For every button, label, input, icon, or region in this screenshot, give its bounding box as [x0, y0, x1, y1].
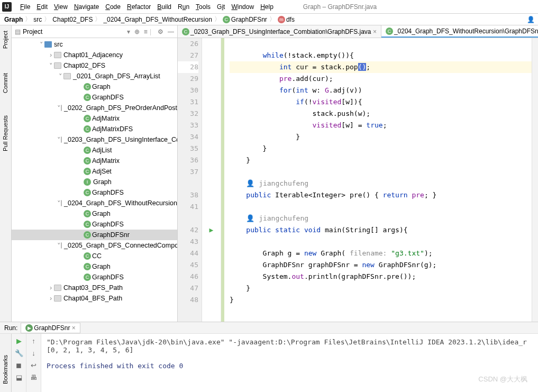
down-icon[interactable]: ↓	[32, 349, 35, 357]
print-icon[interactable]: 🖶	[30, 373, 37, 381]
close-icon[interactable]: ×	[373, 28, 377, 35]
editor-pane: C_0203_Graph_DFS_UsingInterface_Combiati…	[178, 25, 538, 322]
expand-all-icon[interactable]: ≡	[144, 28, 148, 35]
tree-row[interactable]: CAdjMatrix	[12, 113, 177, 124]
bc-src[interactable]: src	[33, 16, 42, 23]
menu-view[interactable]: View	[51, 2, 71, 12]
tree-row[interactable]: ˅_0204_Graph_DFS_WithoutRecursion	[12, 198, 177, 208]
tree-row[interactable]: IGraph	[12, 177, 177, 187]
tab-1[interactable]: C_0204_Graph_DFS_WithoutRecursion\GraphD…	[381, 25, 538, 38]
menu-tools[interactable]: Tools	[193, 2, 214, 12]
tree-row[interactable]: CAdjSet	[12, 166, 177, 177]
close-icon[interactable]: ×	[72, 324, 76, 332]
main-area: Project Commit Pull Requests ▤ Project ▾…	[0, 25, 538, 322]
breadcrumb: Graph〉 src〉 Chapt02_DFS〉 _0204_Graph_DFS…	[0, 14, 538, 25]
tree-row[interactable]: ˅src	[12, 39, 177, 50]
run-tab[interactable]: ▶ GraphDFSnr ×	[21, 323, 80, 333]
menu-window[interactable]: Window	[228, 2, 257, 12]
menubar: IJ File Edit View Navigate Code Refactor…	[0, 0, 538, 14]
left-toolstrip: Project Commit Pull Requests	[0, 25, 12, 322]
window-title: Graph – GraphDFSnr.java	[303, 3, 377, 11]
wrench-icon[interactable]: 🔧	[15, 349, 23, 357]
tree-row[interactable]: ˅_0202_Graph_DFS_PreOrderAndPostOrder	[12, 103, 177, 113]
tree-row[interactable]: CAdjMatrixDFS	[12, 124, 177, 134]
marker-strip[interactable]	[532, 38, 538, 322]
gutter-run[interactable]: ▶	[202, 38, 221, 322]
menu-edit[interactable]: Edit	[33, 2, 51, 12]
project-header: ▤ Project ▾ ⊕ ≡ | ⚙ —	[12, 25, 177, 38]
project-pane: ▤ Project ▾ ⊕ ≡ | ⚙ — ˅src›Chapt01_Adjac…	[12, 25, 178, 322]
gear-icon[interactable]: ⚙	[158, 28, 163, 35]
up-icon[interactable]: ↑	[32, 337, 35, 345]
console-output: [0, 2, 1, 3, 4, 5, 6]	[47, 346, 533, 354]
bookmark-strip: Bookmarks	[0, 334, 12, 392]
wrap-icon[interactable]: ↩	[31, 361, 37, 369]
avatar-icon[interactable]: 👤	[527, 16, 535, 23]
tree-row[interactable]: ›Chapt03_DFS_Path	[12, 282, 177, 293]
menu-file[interactable]: File	[17, 2, 33, 12]
tree-row[interactable]: CGraphDFS	[12, 187, 177, 198]
tree-row[interactable]: CGraphDFS	[12, 92, 177, 103]
menu-git[interactable]: Git	[214, 2, 228, 12]
bc-chapt[interactable]: Chapt02_DFS	[52, 16, 93, 23]
tree-row[interactable]: CGraphDFS	[12, 219, 177, 230]
bc-graph[interactable]: Graph	[4, 16, 23, 23]
tab-0[interactable]: C_0203_Graph_DFS_UsingInterface_Combiati…	[178, 25, 381, 38]
menu-help[interactable]: Help	[257, 2, 277, 12]
console-cmd: "D:\Program Files\Java\jdk-20\bin\java.e…	[47, 338, 533, 346]
tree-row[interactable]: CCC	[12, 251, 177, 261]
project-tool-icon[interactable]: ▤	[15, 28, 21, 35]
tree-row[interactable]: ˅_0205_Graph_DFS_ConnectedComponents	[12, 240, 177, 251]
sidebar-project[interactable]: Project	[2, 31, 8, 49]
tree-row[interactable]: ˅Chapt02_DFS	[12, 60, 177, 71]
tree-row[interactable]: CGraph	[12, 261, 177, 272]
method-icon: m	[278, 16, 285, 23]
bc-method[interactable]: dfs	[286, 16, 295, 23]
console-finished: Process finished with exit code 0	[47, 362, 533, 370]
tree-row[interactable]: ˅_0203_Graph_DFS_UsingInterface_Combiati…	[12, 134, 177, 145]
tree-row[interactable]: CGraphDFSnr	[12, 230, 177, 240]
sidebar-bookmarks[interactable]: Bookmarks	[2, 355, 8, 384]
gutter[interactable]: 2627282930313233343536373841424344454647…	[178, 38, 202, 322]
tree-row[interactable]: CAdjList	[12, 145, 177, 156]
run-toolbar2: ↑ ↓ ↩ 🖶	[26, 334, 41, 392]
sidebar-commit[interactable]: Commit	[2, 73, 8, 93]
menu-navigate[interactable]: Navigate	[71, 2, 102, 12]
project-title[interactable]: Project	[23, 28, 127, 35]
hide-icon[interactable]: —	[168, 28, 174, 35]
run-panel: Run: ▶ GraphDFSnr × Bookmarks ▶ 🔧 ◼ ⬓ ↑ …	[0, 322, 538, 392]
select-opened-icon[interactable]: ⊕	[134, 28, 140, 35]
menu-build[interactable]: Build	[154, 2, 175, 12]
menu-code[interactable]: Code	[102, 2, 124, 12]
tree-row[interactable]: ˅_0201_Graph_DFS_ArrayList	[12, 71, 177, 81]
run-header: Run: ▶ GraphDFSnr ×	[0, 322, 538, 334]
tree-row[interactable]: ›Chapt01_Adjacency	[12, 50, 177, 60]
app-icon: IJ	[2, 2, 12, 12]
bc-pkg[interactable]: _0204_Graph_DFS_WithoutRecursion	[103, 16, 212, 23]
menu-run[interactable]: Run	[175, 2, 193, 12]
tree-row[interactable]: CGraph	[12, 81, 177, 92]
tree-row[interactable]: CGraph	[12, 208, 177, 219]
tree-row[interactable]: ›Chapt04_BFS_Path	[12, 293, 177, 304]
watermark: CSDN @大大枫	[478, 375, 527, 384]
class-icon: C	[223, 16, 230, 23]
stop-icon[interactable]: ◼	[16, 361, 22, 369]
run-label: Run:	[4, 324, 17, 332]
tree-row[interactable]: CAdjMatrix	[12, 156, 177, 166]
menu-refactor[interactable]: Refactor	[124, 2, 154, 12]
project-tree[interactable]: ˅src›Chapt01_Adjacency˅Chapt02_DFS˅_0201…	[12, 38, 177, 322]
tree-row[interactable]: CGraphDFS	[12, 272, 177, 282]
sidebar-pullreq[interactable]: Pull Requests	[2, 115, 8, 151]
code-body[interactable]: while(!stack.empty()){ int cur = stack.p…	[224, 38, 532, 322]
run-icon[interactable]: ▶	[16, 337, 22, 345]
run-toolbar: ▶ 🔧 ◼ ⬓	[12, 334, 26, 392]
editor-tabs: C_0203_Graph_DFS_UsingInterface_Combiati…	[178, 25, 538, 38]
console[interactable]: "D:\Program Files\Java\jdk-20\bin\java.e…	[41, 334, 538, 392]
layout-icon[interactable]: ⬓	[16, 373, 22, 381]
code-area[interactable]: 2627282930313233343536373841424344454647…	[178, 38, 538, 322]
bc-class[interactable]: GraphDFSnr	[231, 16, 267, 23]
